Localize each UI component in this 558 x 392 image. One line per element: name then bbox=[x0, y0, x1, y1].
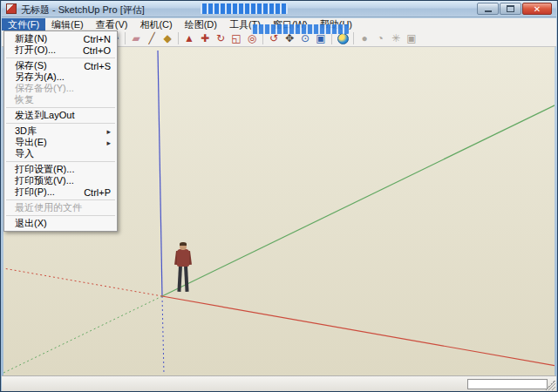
blue-axis-solid bbox=[158, 51, 162, 296]
red-axis-solid bbox=[162, 296, 555, 366]
sketchup-window: 无标题 - SketchUp Pro [评估] ✕ 文件(F) 编辑(E) 查看… bbox=[0, 0, 558, 392]
eraser-tool-icon[interactable]: ▰ bbox=[128, 31, 144, 46]
menu-item-label: 最近使用的文件 bbox=[15, 201, 82, 214]
toolbar-separator bbox=[262, 32, 263, 44]
menu-separator bbox=[6, 215, 115, 216]
shadows-icon: ✳ bbox=[388, 31, 404, 46]
red-axis-dotted bbox=[3, 268, 162, 296]
window-title: 无标题 - SketchUp Pro [评估] bbox=[21, 3, 145, 17]
menu-shortcut: Ctrl+S bbox=[84, 61, 111, 71]
push-pull-tool-icon[interactable]: ▲ bbox=[181, 31, 197, 46]
menu-item-send-to-layout[interactable]: 发送到LayOut bbox=[4, 110, 117, 121]
menu-draw[interactable]: 绘图(D) bbox=[179, 18, 223, 30]
toolbar-separator bbox=[353, 32, 354, 44]
green-axis-dotted bbox=[3, 296, 162, 373]
menu-item-import[interactable]: 导入 bbox=[4, 148, 117, 159]
model-info-icon: ▣ bbox=[404, 31, 419, 46]
maximize-icon bbox=[507, 5, 514, 12]
menu-item-label: 发送到LayOut bbox=[15, 109, 74, 122]
menu-item-open[interactable]: 打开(O)...Ctrl+O bbox=[4, 44, 117, 56]
toggle-terrain-icon: ● bbox=[357, 31, 372, 46]
person-head bbox=[180, 242, 187, 250]
menu-item-exit[interactable]: 退出(X) bbox=[4, 218, 117, 229]
minimize-icon bbox=[485, 10, 492, 12]
blue-axis-dotted bbox=[162, 296, 164, 375]
close-icon: ✕ bbox=[534, 4, 541, 14]
menu-item-label: 打开(O)... bbox=[15, 44, 56, 57]
menu-item-label: 退出(X) bbox=[15, 217, 47, 230]
scale-tool-icon[interactable]: ◱ bbox=[228, 31, 244, 46]
title-bar[interactable]: 无标题 - SketchUp Pro [评估] ✕ bbox=[2, 1, 556, 17]
maximize-button[interactable] bbox=[500, 3, 521, 15]
globe-shape bbox=[337, 33, 349, 44]
menu-item-label: 导入 bbox=[15, 147, 34, 160]
menu-shortcut: Ctrl+P bbox=[84, 187, 111, 198]
move-tool-icon[interactable]: ✚ bbox=[197, 31, 213, 46]
scale-figure-person[interactable] bbox=[174, 242, 192, 293]
resize-grip[interactable] bbox=[545, 380, 555, 390]
green-axis-solid bbox=[162, 105, 555, 296]
minimize-button[interactable] bbox=[477, 3, 499, 15]
menu-camera[interactable]: 相机(C) bbox=[133, 18, 178, 30]
tape-measure-tool-icon[interactable]: ╱ bbox=[144, 31, 160, 46]
menu-separator bbox=[6, 199, 115, 200]
paint-bucket-tool-icon[interactable]: ◆ bbox=[160, 31, 175, 46]
rotate-tool-icon[interactable]: ↻ bbox=[213, 31, 228, 46]
person-torso bbox=[177, 249, 189, 267]
watermark-overlay bbox=[251, 24, 349, 34]
person-leg bbox=[184, 266, 189, 292]
menu-view[interactable]: 查看(V) bbox=[90, 18, 134, 30]
file-menu-popup: 新建(N)Ctrl+N 打开(O)...Ctrl+O 保存(S)Ctrl+S 另… bbox=[3, 30, 118, 232]
menu-separator bbox=[6, 107, 115, 108]
person-leg bbox=[177, 266, 182, 292]
menu-item-revert: 恢复 bbox=[4, 94, 117, 105]
menu-item-recent-files: 最近使用的文件 bbox=[4, 202, 117, 213]
menu-shortcut: Ctrl+O bbox=[83, 45, 111, 56]
toolbar-separator bbox=[178, 32, 179, 44]
menu-shortcut: Ctrl+N bbox=[84, 34, 111, 44]
submenu-arrow-icon: ▸ bbox=[106, 127, 111, 136]
menu-item-label: 恢复 bbox=[15, 93, 34, 106]
menu-item-label: 打印(P)... bbox=[15, 186, 55, 199]
menu-edit[interactable]: 编辑(E) bbox=[45, 18, 90, 30]
toolbar-separator bbox=[125, 32, 126, 44]
close-button[interactable]: ✕ bbox=[522, 3, 552, 15]
measurements-input[interactable] bbox=[467, 379, 548, 389]
sketchup-app-icon bbox=[6, 3, 17, 14]
watermark-overlay bbox=[201, 3, 288, 14]
window-controls: ✕ bbox=[477, 3, 552, 15]
submenu-arrow-icon: ▸ bbox=[106, 139, 111, 147]
menu-separator bbox=[6, 123, 115, 124]
menu-file[interactable]: 文件(F) bbox=[2, 18, 45, 30]
toolbar-separator bbox=[331, 32, 332, 44]
status-bar bbox=[2, 375, 556, 391]
photo-textures-icon: ◔ bbox=[372, 31, 388, 46]
menu-separator bbox=[6, 57, 115, 58]
menu-item-print[interactable]: 打印(P)...Ctrl+P bbox=[4, 186, 117, 198]
menu-separator bbox=[6, 161, 115, 162]
